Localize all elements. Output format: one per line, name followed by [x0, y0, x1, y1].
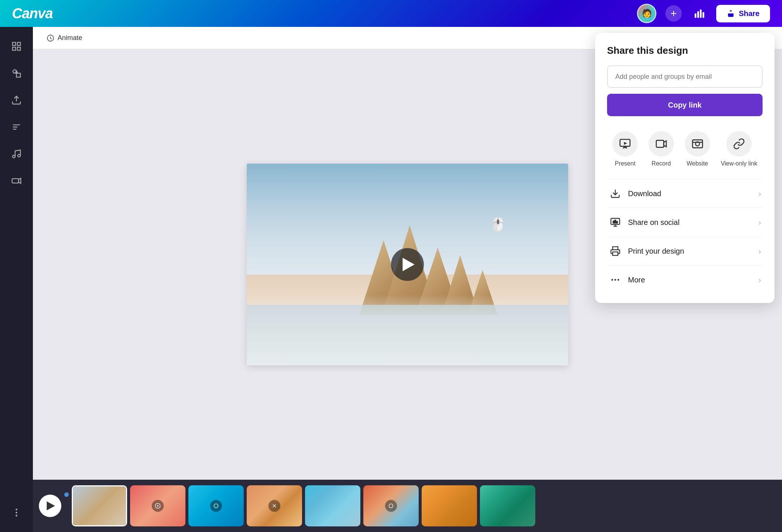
play-icon	[403, 258, 415, 271]
svg-point-28	[615, 279, 616, 281]
download-chevron: ›	[758, 189, 761, 198]
svg-point-18	[214, 504, 218, 508]
sidebar-item-uploads[interactable]	[4, 88, 28, 112]
avatar[interactable]: 🧑	[637, 4, 656, 23]
share-list-item-download[interactable]: Download ›	[607, 179, 763, 208]
svg-rect-3	[703, 12, 705, 18]
share-options-grid: Present Record Website	[607, 127, 763, 171]
print-label: Print your design	[628, 247, 684, 256]
svg-point-19	[389, 504, 393, 508]
filmstrip-item-6[interactable]	[363, 485, 419, 526]
sidebar	[0, 27, 33, 532]
svg-rect-1	[698, 11, 699, 18]
svg-rect-22	[656, 140, 664, 148]
sidebar-item-text[interactable]	[4, 115, 28, 139]
filmstrip-item-5[interactable]	[305, 485, 360, 526]
present-label: Present	[615, 160, 635, 167]
animate-label: Animate	[58, 34, 82, 42]
sidebar-item-more[interactable]	[4, 501, 28, 525]
svg-rect-4	[13, 43, 16, 46]
timeline	[33, 480, 782, 532]
add-collaborator-button[interactable]	[665, 5, 682, 22]
share-option-website[interactable]: Website	[680, 127, 715, 171]
view-only-link-label: View-only link	[721, 160, 757, 167]
record-label: Record	[652, 160, 671, 167]
filmstrip-item-1[interactable]	[72, 485, 127, 526]
header-actions: 🧑 Share	[637, 4, 770, 23]
svg-rect-2	[700, 10, 702, 18]
app-logo: Canva	[12, 6, 53, 22]
share-button[interactable]: Share	[716, 5, 770, 22]
timeline-progress-marker	[64, 492, 69, 497]
print-chevron: ›	[758, 247, 761, 256]
share-option-view-only-link[interactable]: View-only link	[716, 127, 762, 171]
sidebar-item-elements[interactable]	[4, 61, 28, 85]
record-icon-container	[649, 131, 674, 157]
present-icon-container	[612, 131, 638, 157]
svg-rect-7	[13, 47, 16, 50]
website-icon-container	[685, 131, 710, 157]
more-chevron: ›	[758, 276, 761, 284]
svg-point-10	[13, 155, 15, 158]
video-indicator-4	[268, 500, 280, 512]
svg-marker-21	[624, 142, 627, 145]
share-social-chevron: ›	[758, 218, 761, 227]
svg-rect-26	[613, 252, 618, 255]
more-icon	[609, 273, 622, 287]
share-list-item-print[interactable]: Print your design ›	[607, 236, 763, 265]
animate-button[interactable]: Animate	[42, 31, 87, 45]
svg-rect-12	[12, 179, 19, 183]
canvas-image[interactable]	[247, 164, 568, 365]
play-button[interactable]	[391, 248, 424, 281]
filmstrip-item-8[interactable]	[480, 485, 535, 526]
svg-point-15	[16, 515, 18, 517]
svg-rect-9	[16, 73, 21, 77]
filmstrip	[72, 485, 776, 526]
header: Canva 🧑 Share	[0, 0, 782, 27]
svg-point-13	[16, 509, 18, 511]
share-panel: Share this design Copy link Present Reco	[595, 33, 775, 303]
filmstrip-item-4[interactable]	[247, 485, 302, 526]
analytics-button[interactable]	[691, 5, 707, 22]
share-social-icon	[609, 216, 622, 229]
share-list-item-more[interactable]: More ›	[607, 265, 763, 294]
svg-point-27	[612, 279, 613, 281]
svg-rect-5	[17, 43, 20, 46]
print-icon	[609, 244, 622, 258]
video-indicator-3	[210, 500, 222, 512]
video-indicator-2	[152, 500, 164, 512]
email-input[interactable]	[607, 65, 763, 88]
copy-link-button[interactable]: Copy link	[607, 94, 763, 116]
svg-rect-6	[17, 47, 20, 50]
svg-rect-23	[692, 140, 702, 148]
share-panel-title: Share this design	[607, 45, 763, 56]
video-indicator-6	[385, 500, 397, 512]
download-icon	[609, 187, 622, 200]
more-label: More	[628, 276, 645, 284]
sidebar-item-templates[interactable]	[4, 34, 28, 58]
svg-point-11	[18, 154, 21, 157]
svg-point-29	[618, 279, 619, 281]
filmstrip-item-7[interactable]	[422, 485, 477, 526]
link-icon-container	[726, 131, 752, 157]
share-social-label: Share on social	[628, 218, 680, 227]
website-label: Website	[687, 160, 708, 167]
share-option-record[interactable]: Record	[644, 127, 678, 171]
sidebar-item-audio[interactable]	[4, 142, 28, 166]
svg-rect-0	[695, 13, 697, 18]
timeline-play-icon	[47, 501, 55, 510]
filmstrip-item-3[interactable]	[188, 485, 244, 526]
share-option-present[interactable]: Present	[608, 127, 642, 171]
download-label: Download	[628, 189, 661, 198]
filmstrip-item-2[interactable]	[130, 485, 185, 526]
timeline-play-button[interactable]	[39, 495, 61, 517]
svg-point-14	[16, 512, 18, 514]
share-list-item-share-social[interactable]: Share on social ›	[607, 208, 763, 236]
sidebar-item-video[interactable]	[4, 169, 28, 193]
